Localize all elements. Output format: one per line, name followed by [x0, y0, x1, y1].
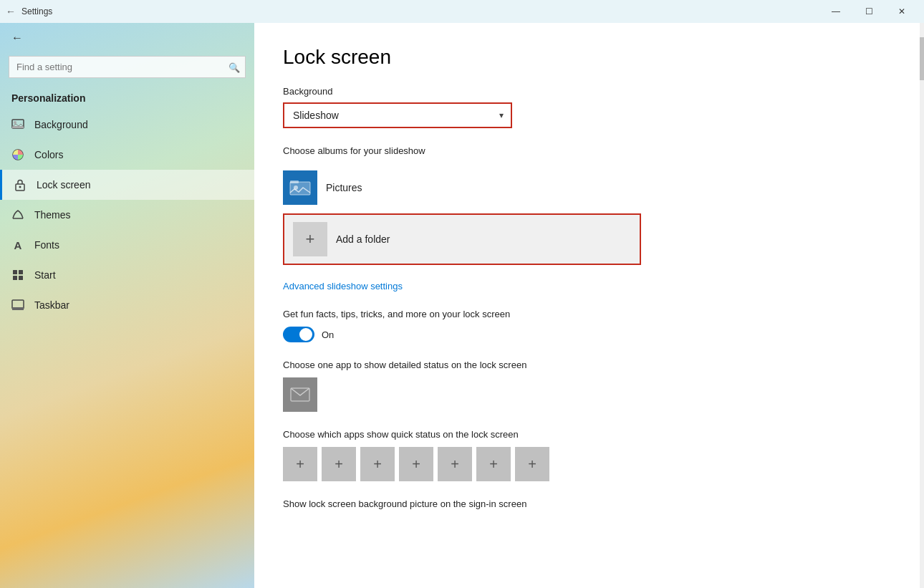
- scrollbar-thumb[interactable]: [920, 37, 924, 80]
- sidebar-item-background[interactable]: Background: [0, 110, 254, 140]
- themes-icon: [11, 208, 24, 221]
- sidebar-start-label: Start: [34, 269, 56, 281]
- background-dropdown[interactable]: Slideshow Picture Windows spotlight: [283, 102, 512, 128]
- page-title: Lock screen: [283, 46, 891, 69]
- signin-section: Show lock screen background picture on t…: [283, 498, 891, 509]
- sidebar-fonts-label: Fonts: [34, 239, 59, 251]
- fonts-icon: A: [11, 238, 24, 251]
- svg-rect-8: [19, 270, 23, 274]
- window-title: Settings: [21, 6, 52, 16]
- title-bar-controls: — ☐ ✕: [819, 0, 918, 23]
- background-dropdown-container: Slideshow Picture Windows spotlight ▾: [283, 102, 512, 128]
- toggle-knob: [299, 328, 312, 341]
- scrollbar-track[interactable]: [920, 23, 924, 588]
- detailed-status-app-icon[interactable]: [283, 377, 317, 412]
- sidebar-item-colors[interactable]: Colors: [0, 140, 254, 170]
- svg-point-5: [19, 186, 21, 188]
- close-button[interactable]: ✕: [885, 0, 918, 23]
- sidebar-item-taskbar[interactable]: Taskbar: [0, 290, 254, 320]
- lockscreen-icon: [14, 178, 27, 191]
- back-arrow-icon: ←: [11, 32, 23, 44]
- fun-facts-toggle[interactable]: [283, 327, 314, 342]
- sidebar-section-title: Personalization: [0, 90, 254, 110]
- search-icon: 🔍: [228, 62, 240, 72]
- quick-app-7[interactable]: +: [515, 447, 549, 481]
- advanced-slideshow-link[interactable]: Advanced slideshow settings: [283, 281, 403, 291]
- content-area: Lock screen Background Slideshow Picture…: [254, 23, 920, 588]
- choose-albums-desc: Choose albums for your slideshow: [283, 145, 891, 156]
- svg-rect-1: [12, 126, 24, 128]
- quick-status-desc: Choose which apps show quick status on t…: [283, 429, 891, 440]
- quick-app-2[interactable]: +: [322, 447, 356, 481]
- background-label: Background: [283, 86, 891, 97]
- album-pictures-item: Pictures: [283, 165, 891, 211]
- search-input[interactable]: [9, 56, 246, 78]
- colors-icon: [11, 148, 24, 161]
- svg-rect-10: [19, 276, 23, 280]
- add-folder-plus-icon: +: [293, 222, 327, 256]
- detailed-status-desc: Choose one app to show detailed status o…: [283, 360, 891, 370]
- back-button[interactable]: ←: [0, 23, 254, 53]
- title-bar-left: ← Settings: [6, 6, 52, 17]
- detailed-status-section: Choose one app to show detailed status o…: [283, 360, 891, 412]
- sidebar-item-lockscreen[interactable]: Lock screen: [0, 170, 254, 200]
- svg-point-2: [14, 121, 16, 124]
- sidebar-item-fonts[interactable]: A Fonts: [0, 230, 254, 260]
- signin-desc: Show lock screen background picture on t…: [283, 498, 891, 509]
- fun-facts-toggle-label: On: [322, 329, 334, 340]
- sidebar-themes-label: Themes: [34, 209, 71, 221]
- quick-app-1[interactable]: +: [283, 447, 317, 481]
- add-folder-button[interactable]: + Add a folder: [283, 213, 641, 265]
- quick-app-3[interactable]: +: [360, 447, 395, 481]
- background-icon: [11, 118, 24, 131]
- title-bar: ← Settings — ☐ ✕: [0, 0, 924, 23]
- sidebar: ← 🔍 Personalization Background: [0, 23, 254, 588]
- maximize-button[interactable]: ☐: [852, 0, 885, 23]
- taskbar-icon: [11, 299, 24, 312]
- svg-rect-13: [290, 182, 310, 195]
- sidebar-lockscreen-label: Lock screen: [37, 179, 90, 191]
- sidebar-item-themes[interactable]: Themes: [0, 200, 254, 230]
- sidebar-colors-label: Colors: [34, 149, 63, 160]
- quick-status-section: Choose which apps show quick status on t…: [283, 429, 891, 481]
- search-container: 🔍: [9, 56, 246, 78]
- add-folder-label: Add a folder: [336, 233, 390, 245]
- pictures-album-label: Pictures: [326, 182, 362, 193]
- quick-apps-row: + + + + + + +: [283, 447, 891, 481]
- svg-rect-7: [13, 270, 17, 274]
- sidebar-item-start[interactable]: Start: [0, 260, 254, 290]
- svg-rect-12: [12, 307, 24, 310]
- svg-rect-9: [13, 276, 17, 280]
- svg-rect-14: [290, 180, 299, 183]
- back-icon: ←: [6, 6, 16, 17]
- app-body: ← 🔍 Personalization Background: [0, 23, 924, 588]
- fun-facts-toggle-row: On: [283, 327, 891, 342]
- sidebar-background-label: Background: [34, 119, 88, 130]
- start-icon: [11, 269, 24, 281]
- quick-app-5[interactable]: +: [438, 447, 472, 481]
- fun-facts-section: Get fun facts, tips, tricks, and more on…: [283, 309, 891, 342]
- quick-app-4[interactable]: +: [399, 447, 433, 481]
- pictures-album-icon: [283, 170, 317, 205]
- quick-app-6[interactable]: +: [476, 447, 511, 481]
- sidebar-taskbar-label: Taskbar: [34, 299, 69, 311]
- fun-facts-desc: Get fun facts, tips, tricks, and more on…: [283, 309, 891, 319]
- minimize-button[interactable]: —: [819, 0, 852, 23]
